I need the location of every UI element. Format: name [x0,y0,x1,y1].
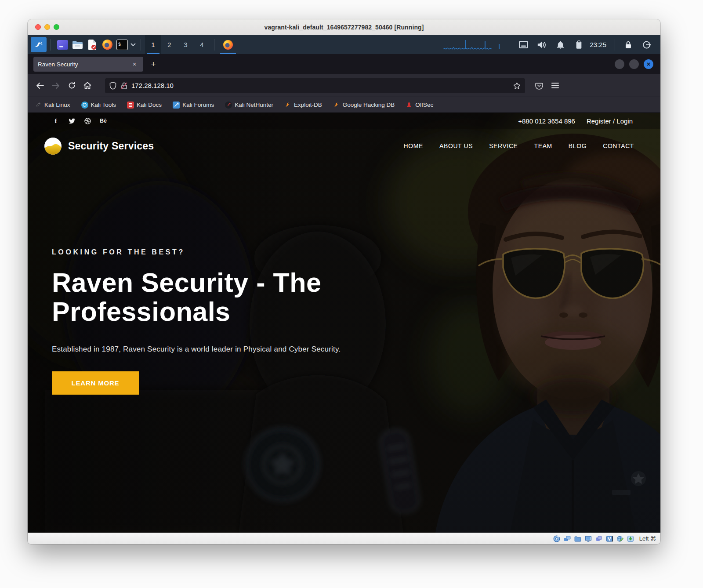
workspace-4[interactable]: 4 [194,35,210,54]
panel-right-group: 23:25 [442,35,660,54]
bookmark-kali-nethunter[interactable]: Kali NetHunter [225,102,273,109]
hero-kicker: LOOKING FOR THE BEST? [52,248,359,256]
tab-raven-security[interactable]: Raven Security × [33,57,143,72]
dribbble-icon[interactable] [83,118,91,124]
bookmarks-toolbar: Kali Linux Kali Tools Kali Docs Kali For… [28,97,660,113]
launcher-terminal[interactable]: $_ [115,37,130,52]
launcher-expand-chevron[interactable] [130,43,137,47]
bookmark-label: Kali Docs [137,102,162,108]
cpu-graph[interactable] [442,39,514,51]
wm-maximize-button[interactable] [629,59,639,69]
panel-separator [615,39,615,51]
learn-more-button[interactable]: LEARN MORE [52,371,139,395]
shared-folders-icon[interactable] [574,535,582,542]
tab-close-button[interactable]: × [130,60,139,69]
clipboard-tray[interactable] [569,35,588,54]
speaker-icon [537,40,547,49]
topbar-right: +880 012 3654 896 Register / Login [518,117,633,125]
document-icon [88,40,97,50]
wm-close-button[interactable]: × [644,59,653,69]
logout-button[interactable] [638,35,656,54]
display-settings-tray[interactable] [514,35,533,54]
tab-title: Raven Security [38,61,130,68]
site-topbar: f Bē +880 012 3654 896 Register / Login [28,113,660,129]
wm-minimize-button[interactable] [615,59,624,69]
volume-tray[interactable] [533,35,551,54]
bookmark-kali-forums[interactable]: Kali Forums [173,102,214,109]
twitter-icon[interactable] [68,118,76,124]
bookmark-google-hacking-db[interactable]: Google Hacking DB [333,102,395,109]
new-tab-button[interactable]: + [147,58,160,71]
bookmark-kali-docs[interactable]: Kali Docs [127,102,162,109]
panel-separator [214,39,214,51]
facebook-icon[interactable]: f [52,117,60,125]
nav-service[interactable]: SERVICE [489,142,518,149]
firefox-icon [223,40,233,50]
panel-clock[interactable]: 23:25 [588,41,611,48]
bookmark-offsec[interactable]: OffSec [406,102,433,109]
kali-nethunter-bookmark-icon [225,102,232,109]
reload-button[interactable] [64,78,80,94]
nav-about-us[interactable]: ABOUT US [439,142,473,149]
panel-separator [141,39,141,51]
bookmark-exploit-db[interactable]: Exploit-DB [284,102,322,109]
offsec-bookmark-icon [406,102,413,109]
hard-disk-icon[interactable] [553,535,561,542]
back-button[interactable] [32,78,48,94]
forward-button[interactable] [48,78,64,94]
launcher-appfinder[interactable] [55,37,70,52]
kali-menu-button[interactable] [31,37,47,52]
workspace-label: 3 [184,41,187,48]
launcher-text-editor[interactable] [85,37,100,52]
features-icon[interactable] [627,535,634,542]
launcher-firefox[interactable] [100,37,115,52]
traffic-lights [35,19,59,35]
close-window-button[interactable] [35,24,41,30]
workspace-2[interactable]: 2 [161,35,178,54]
site-brand[interactable]: Security Services [44,137,154,155]
google-hacking-db-bookmark-icon [333,102,340,109]
notifications-tray[interactable] [551,35,569,54]
insecure-lock-icon[interactable] [120,82,128,90]
tracking-shield-icon[interactable] [109,82,116,90]
nav-blog[interactable]: BLOG [569,142,587,149]
workspace-label: 4 [200,41,203,48]
workspace-1[interactable]: 1 [145,35,161,54]
home-button[interactable] [80,78,95,94]
network-icon[interactable] [564,535,571,542]
workspace-3[interactable]: 3 [178,35,194,54]
bookmark-kali-tools[interactable]: Kali Tools [81,102,116,109]
bookmark-label: OffSec [415,102,433,108]
bookmark-kali-linux[interactable]: Kali Linux [35,102,70,109]
url-text[interactable]: 172.28.128.10 [131,82,513,89]
clipboard-icon [575,40,583,49]
minimize-window-button[interactable] [44,24,50,30]
zoom-window-button[interactable] [54,24,59,30]
kali-dragon-icon [33,40,44,50]
workspace-label: 2 [167,41,171,48]
nav-contact[interactable]: CONTACT [603,142,634,149]
screen-lock-button[interactable] [619,35,638,54]
launcher-file-manager[interactable] [70,37,85,52]
address-bar[interactable]: 172.28.128.10 [105,78,525,93]
recording-icon[interactable] [606,535,613,542]
behance-icon[interactable]: Bē [99,118,107,124]
firefox-nav-toolbar: 172.28.128.10 [28,74,660,97]
register-login-link[interactable]: Register / Login [587,117,633,125]
taskbar-firefox-window[interactable] [218,35,238,54]
pocket-button[interactable] [531,78,547,94]
hero-section: LOOKING FOR THE BEST? Raven Security - T… [52,248,359,395]
menu-hamburger-button[interactable] [547,78,563,94]
usb-icon[interactable] [595,535,603,542]
host-key-indicator: Left ⌘ [639,535,656,542]
shared-clipboard-icon[interactable] [616,535,624,542]
display-icon[interactable] [585,535,592,542]
hero-subtitle: Established in 1987, Raven Security is a… [52,345,359,354]
nav-home[interactable]: HOME [404,142,423,149]
nav-team[interactable]: TEAM [534,142,552,149]
bookmark-star-icon[interactable] [513,82,521,89]
virtualbox-window: vagrant-kali_default_1649657277982_50460… [28,19,660,544]
site-nav: HOME ABOUT US SERVICE TEAM BLOG CONTACT [404,142,634,149]
display-icon [519,41,528,49]
bookmark-label: Google Hacking DB [343,102,395,108]
